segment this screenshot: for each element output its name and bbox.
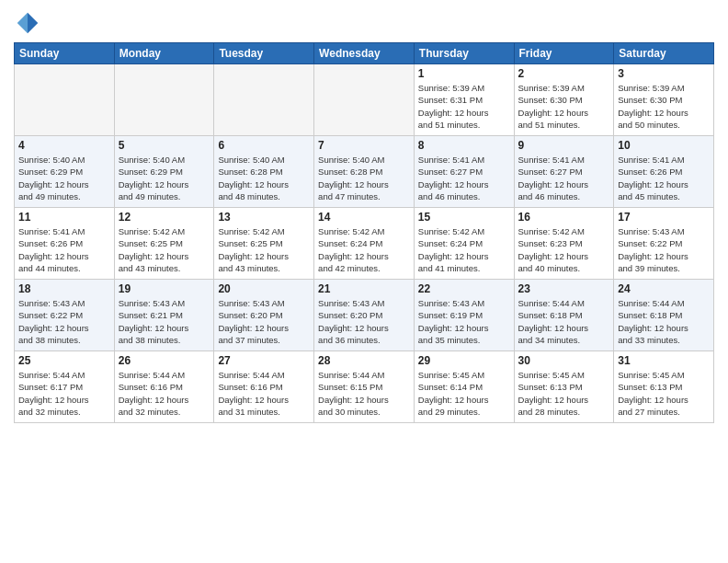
day-number: 6 [218, 139, 310, 152]
day-number: 29 [418, 354, 510, 367]
day-number: 4 [18, 139, 110, 152]
day-number: 7 [318, 139, 410, 152]
day-info: Sunrise: 5:39 AM Sunset: 6:30 PM Dayligh… [618, 82, 710, 131]
day-number: 15 [418, 211, 510, 224]
calendar-cell: 4Sunrise: 5:40 AM Sunset: 6:29 PM Daylig… [15, 136, 115, 208]
calendar-cell: 25Sunrise: 5:44 AM Sunset: 6:17 PM Dayli… [15, 351, 115, 423]
day-number: 28 [318, 354, 410, 367]
calendar-cell: 22Sunrise: 5:43 AM Sunset: 6:19 PM Dayli… [414, 280, 514, 351]
day-info: Sunrise: 5:42 AM Sunset: 6:24 PM Dayligh… [418, 225, 510, 274]
day-number: 19 [119, 282, 210, 295]
calendar-week-4: 18Sunrise: 5:43 AM Sunset: 6:22 PM Dayli… [15, 280, 714, 351]
day-info: Sunrise: 5:41 AM Sunset: 6:26 PM Dayligh… [18, 225, 110, 274]
day-info: Sunrise: 5:44 AM Sunset: 6:16 PM Dayligh… [218, 369, 310, 418]
day-number: 18 [18, 282, 110, 295]
day-number: 8 [418, 139, 510, 152]
calendar-cell: 31Sunrise: 5:45 AM Sunset: 6:13 PM Dayli… [614, 351, 714, 423]
day-info: Sunrise: 5:42 AM Sunset: 6:25 PM Dayligh… [218, 225, 310, 274]
day-number: 10 [618, 139, 710, 152]
calendar-cell: 9Sunrise: 5:41 AM Sunset: 6:27 PM Daylig… [514, 136, 614, 208]
day-number: 14 [318, 211, 410, 224]
day-info: Sunrise: 5:41 AM Sunset: 6:27 PM Dayligh… [518, 154, 610, 202]
calendar-cell: 8Sunrise: 5:41 AM Sunset: 6:27 PM Daylig… [414, 136, 514, 208]
day-info: Sunrise: 5:41 AM Sunset: 6:27 PM Dayligh… [418, 154, 510, 202]
day-number: 5 [119, 139, 210, 152]
calendar-cell: 20Sunrise: 5:43 AM Sunset: 6:20 PM Dayli… [214, 280, 314, 351]
day-info: Sunrise: 5:40 AM Sunset: 6:28 PM Dayligh… [318, 154, 410, 202]
weekday-header-monday: Monday [114, 43, 214, 64]
day-info: Sunrise: 5:40 AM Sunset: 6:28 PM Dayligh… [218, 154, 310, 202]
day-number: 27 [218, 354, 310, 367]
calendar-cell [114, 64, 214, 136]
calendar-cell: 14Sunrise: 5:42 AM Sunset: 6:24 PM Dayli… [314, 208, 415, 280]
calendar-cell: 13Sunrise: 5:42 AM Sunset: 6:25 PM Dayli… [214, 208, 314, 280]
calendar-cell: 7Sunrise: 5:40 AM Sunset: 6:28 PM Daylig… [314, 136, 415, 208]
day-number: 21 [318, 282, 410, 295]
svg-marker-1 [17, 13, 28, 34]
calendar-cell: 23Sunrise: 5:44 AM Sunset: 6:18 PM Dayli… [514, 280, 614, 351]
day-info: Sunrise: 5:41 AM Sunset: 6:26 PM Dayligh… [618, 154, 710, 202]
day-info: Sunrise: 5:42 AM Sunset: 6:24 PM Dayligh… [318, 225, 410, 274]
page-container: SundayMondayTuesdayWednesdayThursdayFrid… [0, 0, 728, 563]
calendar-cell: 24Sunrise: 5:44 AM Sunset: 6:18 PM Dayli… [614, 280, 714, 351]
calendar-cell: 1Sunrise: 5:39 AM Sunset: 6:31 PM Daylig… [414, 64, 514, 136]
day-number: 23 [518, 282, 610, 295]
weekday-header-tuesday: Tuesday [214, 43, 314, 64]
weekday-header-wednesday: Wednesday [314, 43, 415, 64]
day-info: Sunrise: 5:43 AM Sunset: 6:22 PM Dayligh… [618, 225, 710, 274]
calendar-cell: 30Sunrise: 5:45 AM Sunset: 6:13 PM Dayli… [514, 351, 614, 423]
calendar-cell: 15Sunrise: 5:42 AM Sunset: 6:24 PM Dayli… [414, 208, 514, 280]
day-info: Sunrise: 5:43 AM Sunset: 6:21 PM Dayligh… [119, 297, 210, 346]
day-number: 26 [119, 354, 210, 367]
day-info: Sunrise: 5:40 AM Sunset: 6:29 PM Dayligh… [119, 154, 210, 202]
weekday-header-thursday: Thursday [414, 43, 514, 64]
calendar-week-3: 11Sunrise: 5:41 AM Sunset: 6:26 PM Dayli… [15, 208, 714, 280]
day-info: Sunrise: 5:43 AM Sunset: 6:22 PM Dayligh… [18, 297, 110, 346]
day-info: Sunrise: 5:44 AM Sunset: 6:18 PM Dayligh… [518, 297, 610, 346]
calendar-cell [15, 64, 115, 136]
logo [14, 9, 45, 37]
day-number: 11 [18, 211, 110, 224]
calendar-week-5: 25Sunrise: 5:44 AM Sunset: 6:17 PM Dayli… [15, 351, 714, 423]
day-number: 24 [618, 282, 710, 295]
page-header [14, 9, 714, 37]
calendar-cell [314, 64, 415, 136]
calendar-cell: 28Sunrise: 5:44 AM Sunset: 6:15 PM Dayli… [314, 351, 415, 423]
calendar-cell: 27Sunrise: 5:44 AM Sunset: 6:16 PM Dayli… [214, 351, 314, 423]
day-number: 22 [418, 282, 510, 295]
day-info: Sunrise: 5:40 AM Sunset: 6:29 PM Dayligh… [18, 154, 110, 202]
weekday-header-saturday: Saturday [614, 43, 714, 64]
day-info: Sunrise: 5:44 AM Sunset: 6:17 PM Dayligh… [18, 369, 110, 418]
calendar-cell: 19Sunrise: 5:43 AM Sunset: 6:21 PM Dayli… [114, 280, 214, 351]
calendar-cell: 26Sunrise: 5:44 AM Sunset: 6:16 PM Dayli… [114, 351, 214, 423]
calendar-cell: 11Sunrise: 5:41 AM Sunset: 6:26 PM Dayli… [15, 208, 115, 280]
weekday-header-row: SundayMondayTuesdayWednesdayThursdayFrid… [15, 43, 714, 64]
calendar-cell: 5Sunrise: 5:40 AM Sunset: 6:29 PM Daylig… [114, 136, 214, 208]
calendar-table: SundayMondayTuesdayWednesdayThursdayFrid… [14, 42, 714, 423]
weekday-header-friday: Friday [514, 43, 614, 64]
day-number: 20 [218, 282, 310, 295]
calendar-cell: 21Sunrise: 5:43 AM Sunset: 6:20 PM Dayli… [314, 280, 415, 351]
calendar-cell: 29Sunrise: 5:45 AM Sunset: 6:14 PM Dayli… [414, 351, 514, 423]
day-number: 16 [518, 211, 610, 224]
day-info: Sunrise: 5:45 AM Sunset: 6:14 PM Dayligh… [418, 369, 510, 418]
calendar-cell: 2Sunrise: 5:39 AM Sunset: 6:30 PM Daylig… [514, 64, 614, 136]
calendar-cell: 18Sunrise: 5:43 AM Sunset: 6:22 PM Dayli… [15, 280, 115, 351]
calendar-cell: 12Sunrise: 5:42 AM Sunset: 6:25 PM Dayli… [114, 208, 214, 280]
calendar-cell [214, 64, 314, 136]
day-info: Sunrise: 5:45 AM Sunset: 6:13 PM Dayligh… [618, 369, 710, 418]
day-number: 9 [518, 139, 610, 152]
day-number: 17 [618, 211, 710, 224]
day-number: 25 [18, 354, 110, 367]
svg-marker-0 [28, 13, 38, 34]
day-info: Sunrise: 5:43 AM Sunset: 6:19 PM Dayligh… [418, 297, 510, 346]
day-info: Sunrise: 5:43 AM Sunset: 6:20 PM Dayligh… [318, 297, 410, 346]
logo-icon [14, 9, 41, 37]
day-number: 1 [418, 67, 510, 80]
day-info: Sunrise: 5:44 AM Sunset: 6:18 PM Dayligh… [618, 297, 710, 346]
day-info: Sunrise: 5:45 AM Sunset: 6:13 PM Dayligh… [518, 369, 610, 418]
day-number: 13 [218, 211, 310, 224]
day-info: Sunrise: 5:44 AM Sunset: 6:15 PM Dayligh… [318, 369, 410, 418]
day-number: 30 [518, 354, 610, 367]
weekday-header-sunday: Sunday [15, 43, 115, 64]
